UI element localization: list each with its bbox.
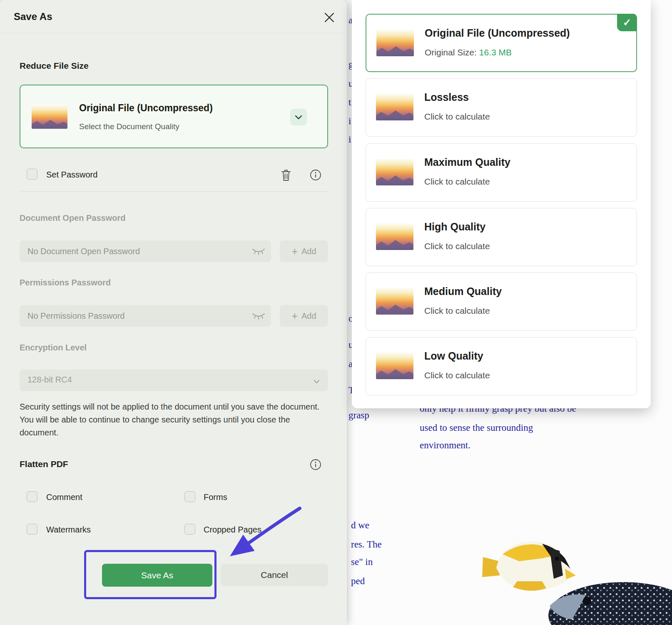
eye-closed-icon[interactable] [252, 248, 265, 257]
plus-icon: + [291, 311, 298, 321]
doc-text-fragment: res. The [351, 539, 382, 550]
plus-icon: + [291, 246, 298, 257]
watermarks-checkbox[interactable] [27, 524, 37, 535]
encryption-level-label: Encryption Level [20, 343, 87, 352]
quality-option-subtitle: Click to calculate [424, 306, 490, 316]
quality-option-subtitle: Original Size: 16.3 MB [425, 48, 512, 58]
cropped-pages-checkbox[interactable] [184, 524, 195, 535]
security-note: Security settings will not be applied to… [20, 400, 329, 439]
doc-text-fragment: ped [351, 576, 365, 587]
quality-option-title: Original File (Uncompressed) [425, 27, 570, 39]
set-password-label: Set Password [46, 170, 97, 180]
doc-text-fragment: i [348, 116, 351, 127]
quality-option-title: Lossless [424, 91, 469, 103]
set-password-checkbox[interactable] [27, 169, 37, 180]
doc-text-fragment: d we [351, 520, 369, 531]
quality-selector-title: Original File (Uncompressed) [79, 102, 213, 114]
original-size-label: Original Size: [425, 48, 477, 57]
info-icon[interactable] [310, 169, 321, 182]
permissions-password-label: Permissions Password [20, 278, 111, 288]
dialog-titlebar: Save As [0, 0, 347, 33]
quality-option-title: Medium Quality [424, 285, 502, 298]
permissions-password-input[interactable] [20, 305, 271, 327]
pufferfish-image [546, 580, 672, 625]
doc-text-fragment: i [348, 134, 351, 145]
quality-option-subtitle: Click to calculate [424, 177, 490, 187]
info-icon[interactable] [310, 459, 321, 472]
forms-label: Forms [204, 492, 227, 502]
chevron-down-icon [295, 115, 302, 120]
quality-thumbnail [376, 30, 414, 56]
quality-option-subtitle: Click to calculate [424, 370, 490, 380]
quality-dropdown-button[interactable] [290, 109, 307, 125]
trash-icon[interactable] [280, 168, 292, 184]
dialog-title: Save As [14, 11, 52, 22]
quality-option-title: High Quality [424, 221, 485, 233]
quality-menu-panel: Original File (Uncompressed) Original Si… [352, 0, 651, 408]
eye-closed-icon[interactable] [252, 313, 265, 321]
quality-option-high[interactable]: High Quality Click to calculate [366, 208, 637, 266]
check-icon: ✓ [617, 14, 637, 31]
doc-open-password-input[interactable] [20, 240, 271, 262]
doc-text-fragment: se" in [351, 557, 373, 568]
close-icon[interactable] [323, 11, 336, 24]
quality-option-title: Maximum Quality [424, 156, 510, 168]
flatten-pdf-header: Flatten PDF [20, 459, 68, 469]
doc-paragraph-line: environment. [420, 440, 470, 451]
save-as-button[interactable]: Save As [102, 564, 212, 587]
quality-option-maximum[interactable]: Maximum Quality Click to calculate [366, 143, 637, 202]
cropped-pages-label: Cropped Pages [204, 525, 261, 535]
quality-thumbnail [32, 105, 67, 129]
doc-paragraph-line: used to sense the surrounding [420, 422, 533, 433]
quality-selector[interactable]: Original File (Uncompressed) Select the … [20, 85, 328, 148]
quality-option-medium[interactable]: Medium Quality Click to calculate [366, 272, 637, 331]
original-size-value: 16.3 MB [479, 48, 512, 57]
quality-option-original[interactable]: Original File (Uncompressed) Original Si… [366, 14, 637, 72]
doc-open-password-label: Document Open Password [20, 213, 126, 223]
divider [20, 191, 328, 192]
doc-open-add-button[interactable]: + Add [280, 240, 328, 262]
cancel-button[interactable]: Cancel [221, 564, 328, 586]
comment-checkbox[interactable] [27, 491, 37, 502]
permissions-add-button[interactable]: + Add [280, 305, 328, 327]
quality-option-lossless[interactable]: Lossless Click to calculate [366, 78, 637, 137]
add-button-label: Add [301, 247, 316, 256]
encryption-level-value: 128-bit RC4 [27, 375, 72, 385]
quality-thumbnail [376, 159, 413, 185]
quality-thumbnail [376, 352, 413, 379]
doc-text-fragment: grasp [348, 410, 369, 421]
quality-thumbnail [376, 288, 413, 315]
encryption-level-select[interactable]: 128-bit RC4 [20, 370, 328, 391]
quality-selector-subtitle: Select the Document Quality [79, 122, 179, 131]
quality-option-title: Low Quality [424, 350, 483, 362]
forms-checkbox[interactable] [184, 491, 195, 502]
quality-thumbnail [376, 94, 413, 120]
watermarks-label: Watermarks [46, 525, 91, 535]
comment-label: Comment [46, 492, 82, 502]
add-button-label: Add [301, 311, 316, 321]
quality-thumbnail [376, 223, 413, 250]
quality-option-low[interactable]: Low Quality Click to calculate [366, 337, 637, 395]
save-as-dialog: Save As Reduce File Size Original File (… [0, 0, 347, 625]
quality-option-subtitle: Click to calculate [424, 112, 490, 122]
chevron-down-icon [314, 378, 320, 385]
reduce-file-size-header: Reduce File Size [20, 61, 89, 71]
quality-option-subtitle: Click to calculate [424, 241, 490, 251]
